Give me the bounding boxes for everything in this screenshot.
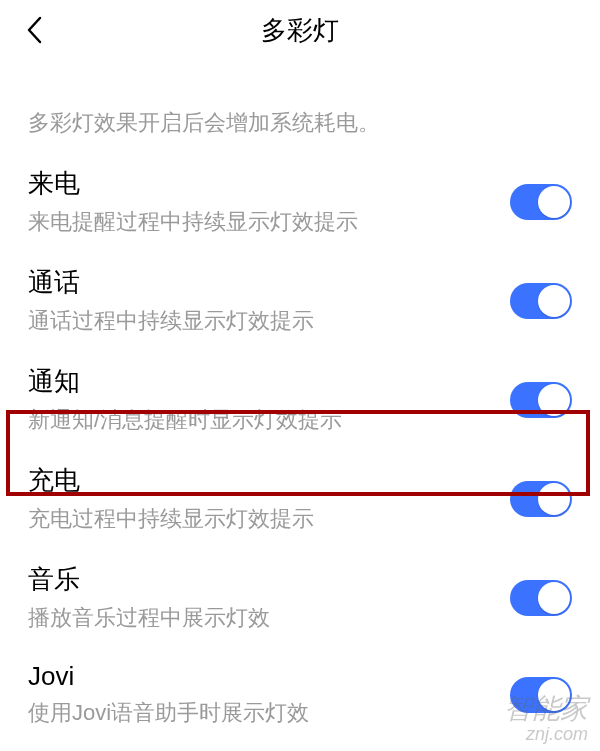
watermark-top: 智能家: [504, 694, 588, 725]
toggle-music[interactable]: [510, 580, 572, 616]
setting-item-incoming: 来电 来电提醒过程中持续显示灯效提示: [0, 152, 600, 251]
setting-item-music: 音乐 播放音乐过程中展示灯效: [0, 548, 600, 647]
setting-title-notification: 通知: [28, 364, 510, 399]
watermark-bottom: znj.com: [504, 725, 588, 745]
setting-text: Jovi 使用Jovi语音助手时展示灯效: [28, 661, 510, 728]
watermark: 智能家 znj.com: [504, 694, 588, 745]
setting-text: 来电 来电提醒过程中持续显示灯效提示: [28, 166, 510, 237]
setting-item-notification: 通知 新通知/消息提醒时显示灯效提示: [0, 350, 600, 449]
setting-title-call: 通话: [28, 265, 510, 300]
setting-item-charging: 充电 充电过程中持续显示灯效提示: [0, 449, 600, 548]
setting-subtitle-call: 通话过程中持续显示灯效提示: [28, 306, 510, 336]
page-title: 多彩灯: [261, 13, 339, 48]
setting-text: 通知 新通知/消息提醒时显示灯效提示: [28, 364, 510, 435]
setting-title-music: 音乐: [28, 562, 510, 597]
toggle-notification[interactable]: [510, 382, 572, 418]
setting-title-charging: 充电: [28, 463, 510, 498]
back-icon[interactable]: [26, 15, 44, 45]
setting-text: 通话 通话过程中持续显示灯效提示: [28, 265, 510, 336]
setting-title-jovi: Jovi: [28, 661, 510, 692]
setting-subtitle-charging: 充电过程中持续显示灯效提示: [28, 504, 510, 534]
setting-text: 充电 充电过程中持续显示灯效提示: [28, 463, 510, 534]
setting-subtitle-jovi: 使用Jovi语音助手时展示灯效: [28, 698, 510, 728]
header: 多彩灯: [0, 0, 600, 60]
setting-text: 音乐 播放音乐过程中展示灯效: [28, 562, 510, 633]
page-description: 多彩灯效果开启后会增加系统耗电。: [0, 60, 600, 152]
toggle-charging[interactable]: [510, 481, 572, 517]
toggle-incoming[interactable]: [510, 184, 572, 220]
settings-list: 来电 来电提醒过程中持续显示灯效提示 通话 通话过程中持续显示灯效提示 通知 新…: [0, 152, 600, 742]
setting-title-incoming: 来电: [28, 166, 510, 201]
setting-item-call: 通话 通话过程中持续显示灯效提示: [0, 251, 600, 350]
toggle-call[interactable]: [510, 283, 572, 319]
setting-subtitle-incoming: 来电提醒过程中持续显示灯效提示: [28, 207, 510, 237]
setting-subtitle-music: 播放音乐过程中展示灯效: [28, 603, 510, 633]
setting-subtitle-notification: 新通知/消息提醒时显示灯效提示: [28, 405, 510, 435]
